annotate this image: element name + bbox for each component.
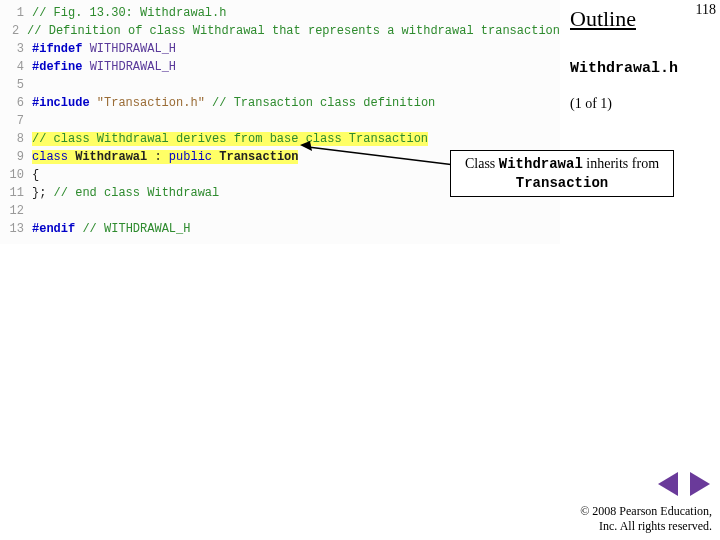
- nav-prev-icon[interactable]: [658, 472, 678, 496]
- line-number: 12: [0, 204, 32, 218]
- annotation-callout: Class Withdrawal inherits from Transacti…: [450, 150, 674, 197]
- code-token: [205, 96, 212, 110]
- code-content: {: [32, 168, 39, 182]
- callout-text-prefix: Class: [465, 156, 499, 171]
- code-line: 13#endif // WITHDRAWAL_H: [0, 220, 560, 238]
- callout-classname: Withdrawal: [499, 156, 583, 172]
- code-line: 8// class Withdrawal derives from base c…: [0, 130, 560, 148]
- code-line: 2// Definition of class Withdrawal that …: [0, 22, 560, 40]
- callout-text-mid: inherits from: [583, 156, 659, 171]
- code-line: 6#include "Transaction.h" // Transaction…: [0, 94, 560, 112]
- page-number: 118: [696, 2, 716, 18]
- code-token: [90, 96, 97, 110]
- code-content: // Fig. 13.30: Withdrawal.h: [32, 6, 226, 20]
- nav-controls: [658, 472, 710, 496]
- code-content: #endif // WITHDRAWAL_H: [32, 222, 190, 236]
- code-token: // class Withdrawal derives from base cl…: [32, 132, 428, 146]
- line-number: 3: [0, 42, 32, 56]
- code-line: 12: [0, 202, 560, 220]
- code-token: #endif: [32, 222, 75, 236]
- code-content: // Definition of class Withdrawal that r…: [27, 24, 560, 38]
- slide: 1// Fig. 13.30: Withdrawal.h2// Definiti…: [0, 0, 720, 540]
- code-token: [162, 150, 169, 164]
- code-line: 4#define WITHDRAWAL_H: [0, 58, 560, 76]
- line-number: 1: [0, 6, 32, 20]
- line-number: 4: [0, 60, 32, 74]
- code-token: WITHDRAWAL_H: [90, 60, 176, 74]
- line-number: 11: [0, 186, 32, 200]
- code-token: // WITHDRAWAL_H: [82, 222, 190, 236]
- code-line: 5: [0, 76, 560, 94]
- code-token: :: [154, 150, 161, 164]
- code-token: class: [32, 150, 68, 164]
- code-token: WITHDRAWAL_H: [90, 42, 176, 56]
- code-content: class Withdrawal : public Transaction: [32, 150, 298, 164]
- line-number: 6: [0, 96, 32, 110]
- line-number: 2: [0, 24, 27, 38]
- code-token: #ifndef: [32, 42, 82, 56]
- line-number: 7: [0, 114, 32, 128]
- code-token: // Definition of class Withdrawal that r…: [27, 24, 560, 38]
- code-content: #include "Transaction.h" // Transaction …: [32, 96, 435, 110]
- code-token: // Transaction class definition: [212, 96, 435, 110]
- code-content: #ifndef WITHDRAWAL_H: [32, 42, 176, 56]
- code-token: public: [169, 150, 212, 164]
- line-number: 9: [0, 150, 32, 164]
- code-token: #include: [32, 96, 90, 110]
- code-listing: 1// Fig. 13.30: Withdrawal.h2// Definiti…: [0, 0, 560, 244]
- code-token: [46, 186, 53, 200]
- source-filename: Withdrawal.h: [570, 60, 678, 77]
- code-token: };: [32, 186, 46, 200]
- line-number: 10: [0, 168, 32, 182]
- copyright-line-2: Inc. All rights reserved.: [580, 519, 712, 534]
- outline-heading: Outline: [570, 6, 636, 32]
- callout-basename: Transaction: [516, 175, 608, 191]
- code-content: // class Withdrawal derives from base cl…: [32, 132, 428, 146]
- code-token: [82, 42, 89, 56]
- code-token: Withdrawal: [75, 150, 147, 164]
- code-token: // end class Withdrawal: [54, 186, 220, 200]
- nav-next-icon[interactable]: [690, 472, 710, 496]
- copyright-line-1: © 2008 Pearson Education,: [580, 504, 712, 519]
- copyright-notice: © 2008 Pearson Education, Inc. All right…: [580, 504, 712, 534]
- code-content: #define WITHDRAWAL_H: [32, 60, 176, 74]
- code-token: #define: [32, 60, 82, 74]
- line-number: 13: [0, 222, 32, 236]
- code-token: {: [32, 168, 39, 182]
- code-token: Transaction: [219, 150, 298, 164]
- code-line: 7: [0, 112, 560, 130]
- code-line: 3#ifndef WITHDRAWAL_H: [0, 40, 560, 58]
- code-line: 1// Fig. 13.30: Withdrawal.h: [0, 4, 560, 22]
- line-number: 5: [0, 78, 32, 92]
- code-content: }; // end class Withdrawal: [32, 186, 219, 200]
- code-token: // Fig. 13.30: Withdrawal.h: [32, 6, 226, 20]
- code-token: [82, 60, 89, 74]
- code-token: "Transaction.h": [97, 96, 205, 110]
- line-number: 8: [0, 132, 32, 146]
- page-of-indicator: (1 of 1): [570, 96, 612, 112]
